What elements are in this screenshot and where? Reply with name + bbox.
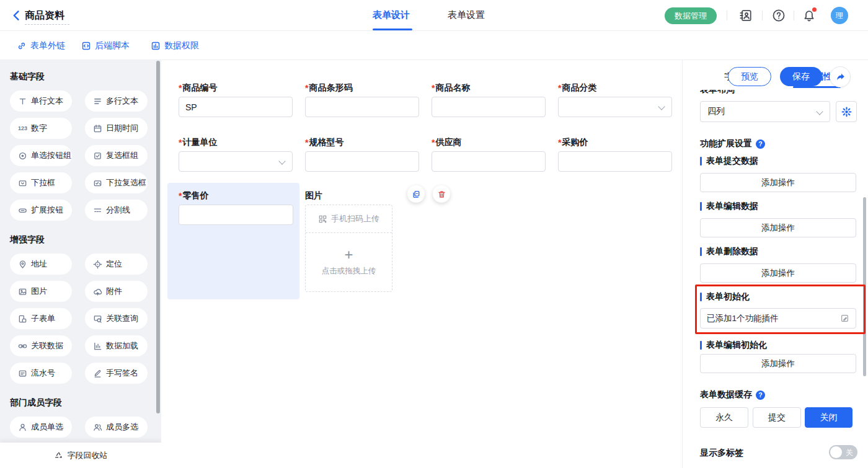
form-field-supplier[interactable]: *供应商	[432, 137, 546, 172]
field-type-location[interactable]: 定位	[85, 254, 148, 275]
edit-icon[interactable]	[840, 314, 849, 323]
field-type-image[interactable]: 图片	[10, 281, 72, 302]
enhanced-fields-grid: 地址 定位 图片 附件 子表单 关联查询 关联数据 数据加载 流水号 手写签名	[0, 254, 161, 384]
external-link-button[interactable]: 表单外链	[17, 40, 65, 51]
help-icon[interactable]	[772, 9, 786, 22]
field-type-address[interactable]: 地址	[10, 254, 72, 275]
product-name-input[interactable]	[432, 97, 546, 117]
toggle-knob	[830, 446, 842, 458]
scan-upload-label: 手机扫码上传	[331, 213, 379, 224]
cloud-upload-icon	[93, 287, 102, 296]
group-title-member-fields: 部门成员字段	[10, 397, 161, 408]
cache-option-submit[interactable]: 提交	[753, 407, 801, 428]
recycle-icon	[54, 451, 63, 460]
field-type-multi-line-text[interactable]: 多行文本	[85, 91, 148, 112]
form-init-plugin-box[interactable]: 已添加1个功能插件	[700, 308, 856, 329]
number-icon: 123	[18, 125, 27, 131]
product-code-input[interactable]	[179, 97, 293, 117]
add-action-button-edit[interactable]: 添加操作	[700, 218, 856, 237]
help-circle-icon[interactable]: ?	[756, 139, 765, 149]
field-label: 计量单位	[182, 137, 217, 148]
field-type-linked-query[interactable]: 关联查询	[85, 308, 148, 329]
layout-value: 四列	[707, 106, 725, 117]
form-field-spec-model[interactable]: *规格型号	[305, 137, 419, 172]
field-type-attachment[interactable]: 附件	[85, 281, 148, 302]
qr-code-icon	[318, 214, 327, 224]
spec-model-input[interactable]	[305, 151, 419, 172]
field-type-data-load[interactable]: 数据加载	[85, 335, 148, 356]
field-recycle-bin[interactable]: 字段回收站	[0, 443, 161, 468]
field-type-linked-data[interactable]: 关联数据	[10, 335, 72, 356]
form-field-product-category[interactable]: *商品分类	[558, 82, 672, 117]
divider	[762, 11, 763, 20]
field-type-member-multi[interactable]: 成员多选	[85, 417, 148, 438]
preview-button[interactable]: 预览	[728, 67, 771, 86]
cache-option-close[interactable]: 关闭	[805, 407, 852, 428]
tab-form-design[interactable]: 表单设计	[373, 9, 410, 21]
add-action-button-submit[interactable]: 添加操作	[700, 173, 856, 192]
product-category-select[interactable]	[558, 97, 672, 117]
divider	[727, 11, 727, 20]
field-type-datetime[interactable]: 日期时间	[85, 118, 148, 139]
purchase-price-input[interactable]	[558, 151, 672, 172]
click-upload-label: 点击或拖拽上传	[322, 266, 376, 276]
linked-query-icon	[93, 314, 102, 324]
save-button[interactable]: 保存	[780, 67, 822, 86]
layout-select[interactable]: 四列	[700, 101, 830, 122]
barcode-input[interactable]	[305, 97, 419, 117]
field-type-radio-group[interactable]: 单选按钮组	[10, 145, 72, 166]
help-circle-icon[interactable]: ?	[756, 391, 765, 400]
page-title: 商品资料	[25, 9, 64, 22]
permission-icon	[151, 41, 161, 51]
data-permission-button[interactable]: 数据权限	[151, 40, 199, 51]
field-type-extend-button[interactable]: 扩展按钮	[10, 200, 72, 221]
share-button[interactable]	[830, 66, 851, 87]
layout-settings-button[interactable]	[836, 101, 857, 122]
contacts-book-icon[interactable]	[739, 9, 753, 22]
add-action-button-delete[interactable]: 添加操作	[700, 263, 856, 283]
field-type-checkbox-group[interactable]: 复选框组	[85, 145, 148, 166]
backend-script-button[interactable]: 后端脚本	[81, 40, 130, 51]
delete-field-button[interactable]	[433, 185, 450, 203]
field-type-single-line-text[interactable]: 单行文本	[10, 91, 72, 112]
field-type-serial-number[interactable]: 流水号	[10, 363, 72, 384]
avatar[interactable]: 理	[831, 7, 848, 24]
field-type-number[interactable]: 123数字	[10, 118, 72, 139]
field-type-subform[interactable]: 子表单	[10, 308, 72, 329]
copy-field-button[interactable]	[407, 185, 425, 203]
script-icon	[81, 41, 91, 51]
data-manage-button[interactable]: 数据管理	[665, 7, 717, 24]
retail-price-input[interactable]	[179, 205, 293, 225]
form-field-retail-price[interactable]: *零售价	[179, 190, 293, 225]
field-type-multi-dropdown[interactable]: 下拉复选框	[85, 172, 148, 193]
panel-scrollbar[interactable]	[863, 197, 866, 376]
form-field-barcode[interactable]: *商品条形码	[305, 82, 419, 117]
sidebar-scrollbar[interactable]	[156, 61, 160, 413]
subform-icon	[18, 314, 27, 324]
form-field-unit[interactable]: *计量单位	[179, 137, 293, 172]
supplier-input[interactable]	[432, 151, 546, 172]
section-form-edit-init: 表单编辑初始化	[700, 340, 767, 351]
tab-form-settings[interactable]: 表单设置	[448, 9, 485, 21]
field-label: 商品编号	[182, 82, 217, 94]
multi-dropdown-icon	[93, 179, 102, 188]
form-field-purchase-price[interactable]: *采购价	[558, 137, 672, 172]
field-label: 商品分类	[562, 82, 596, 94]
people-icon	[93, 423, 102, 432]
add-action-button-edit-init[interactable]: 添加操作	[700, 354, 856, 373]
multitab-toggle[interactable]: 关	[829, 445, 857, 459]
scan-upload-area[interactable]: 手机扫码上传	[306, 205, 392, 233]
back-icon[interactable]	[10, 9, 24, 22]
field-type-dropdown[interactable]: 下拉框	[10, 172, 72, 193]
field-type-signature[interactable]: 手写签名	[85, 363, 148, 384]
cache-option-permanent[interactable]: 永久	[700, 407, 748, 428]
field-label: 供应商	[435, 137, 461, 148]
form-field-product-code[interactable]: *商品编号	[179, 82, 293, 117]
field-type-member-single[interactable]: 成员单选	[10, 417, 72, 438]
field-label: 商品名称	[435, 82, 470, 94]
pen-icon	[93, 369, 102, 378]
field-type-divider[interactable]: 分割线	[85, 200, 148, 221]
unit-select[interactable]	[179, 151, 293, 172]
form-field-product-name[interactable]: *商品名称	[432, 82, 546, 117]
click-upload-area[interactable]: + 点击或拖拽上传	[306, 233, 392, 291]
